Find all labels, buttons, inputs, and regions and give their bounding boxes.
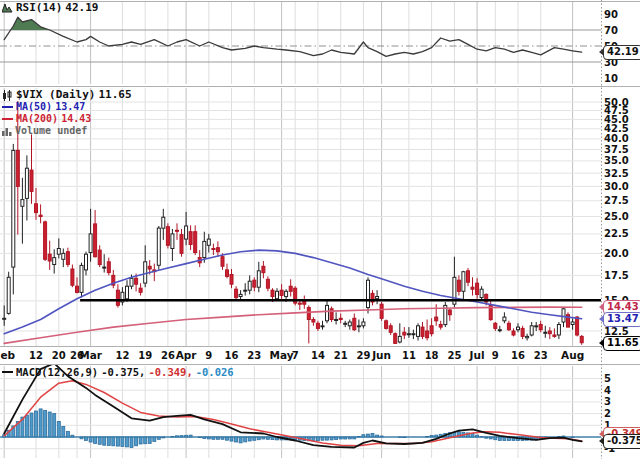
candle-body — [57, 249, 60, 255]
last-price-callout: 11.65 — [603, 336, 640, 351]
candle-body — [116, 290, 119, 305]
candle-body — [230, 275, 233, 285]
candle-body — [266, 279, 269, 288]
candle-body — [426, 331, 429, 338]
macd-histogram-bar — [216, 437, 219, 439]
macd-histogram-bar — [494, 437, 497, 440]
candle-body — [226, 270, 229, 277]
candle-body — [553, 335, 556, 336]
macd-histogram-bar — [471, 434, 474, 438]
candle-body — [562, 309, 565, 322]
macd-axis-tick: 4 — [604, 385, 611, 396]
candle-body — [21, 200, 24, 207]
macd-value: -0.375, — [101, 366, 145, 378]
candle-body — [71, 269, 74, 285]
macd-histogram-bar — [430, 435, 433, 437]
macd-histogram-bar — [135, 437, 138, 446]
rsi-legend: RSI(14)42.19 — [2, 1, 98, 14]
candle-body — [76, 286, 79, 292]
macd-histogram-bar — [489, 437, 492, 439]
macd-histogram-bar — [107, 437, 110, 446]
candle-body — [389, 326, 392, 333]
candle-body — [257, 271, 260, 287]
candle-body — [171, 234, 174, 249]
candle-body — [12, 150, 15, 267]
macd-histogram-bar — [335, 437, 338, 440]
ma200-label: MA(200) — [16, 113, 58, 125]
macd-histogram-bar — [207, 437, 210, 439]
macd-histogram-bar — [126, 437, 129, 447]
candle-body — [39, 215, 42, 216]
candle-body — [307, 308, 310, 320]
macd-legend: MACD(12,26,9)-0.375,-0.349,-0.026 — [2, 366, 234, 378]
price-axis-tick: 35.0 — [604, 155, 629, 166]
candle-body — [430, 326, 433, 334]
date-axis-label: 9 — [492, 350, 499, 361]
price-axis-tick: 17.5 — [604, 270, 629, 281]
candle-body — [16, 150, 19, 186]
ma50-legend-row: MA(50)13.47 — [2, 101, 85, 113]
ma200-value: 14.43 — [61, 113, 91, 125]
candle-body — [148, 266, 151, 269]
candle-body — [548, 331, 551, 334]
candle-body — [253, 280, 256, 287]
candle-body — [521, 328, 524, 336]
rsi-legend-value: 42.19 — [65, 1, 98, 14]
candle-body — [289, 286, 292, 291]
candle-body — [557, 325, 560, 336]
macd-histogram-bar — [189, 435, 192, 437]
ma50-label: MA(50) — [16, 101, 52, 113]
macd-histogram-bar — [235, 437, 238, 442]
macd-histogram-bar — [330, 437, 333, 440]
macd-histogram-bar — [57, 421, 60, 437]
macd-histogram-bar — [203, 437, 206, 439]
macd-histogram-bar — [185, 435, 188, 437]
macd-histogram-bar — [48, 412, 51, 437]
candle-body — [530, 326, 533, 335]
candle-body — [435, 317, 438, 321]
price-axis-tick: 27.5 — [604, 195, 629, 206]
macd-histogram-bar — [248, 437, 251, 441]
macd-histogram-bar — [503, 437, 506, 441]
volume-legend-row: Volume undef — [2, 125, 87, 137]
macd-histogram-bar — [71, 435, 74, 437]
macd-histogram-bar — [266, 437, 269, 439]
date-axis-label: 16 — [511, 350, 525, 361]
date-axis-label: 18 — [425, 350, 439, 361]
macd-histogram-bar — [435, 435, 438, 437]
macd-histogram-bar — [348, 437, 351, 439]
date-axis-label: 12 — [29, 350, 43, 361]
candle-body — [207, 239, 210, 245]
candle-body — [176, 230, 179, 231]
macd-axis-tick: 2 — [604, 408, 611, 419]
candle-body — [321, 326, 324, 327]
macd-histogram-bar — [326, 437, 329, 440]
macd-histogram-bar — [171, 437, 174, 438]
macd-histogram-bar — [53, 414, 56, 437]
rsi-axis-tick: 70 — [604, 25, 618, 36]
candle-body — [235, 289, 238, 297]
macd-histogram-bar — [44, 411, 47, 438]
macd-histogram-bar — [212, 437, 215, 439]
macd-histogram-bar — [357, 436, 360, 437]
candle-body — [517, 327, 520, 330]
macd-histogram-bar — [39, 409, 42, 437]
candle-body — [280, 290, 283, 295]
candle-body — [539, 325, 542, 330]
macd-histogram-bar — [226, 437, 229, 440]
date-axis-label: 12 — [115, 350, 129, 361]
symbol-legend-row: $VIX (Daily)11.65 — [2, 89, 132, 101]
macd-histogram-bar — [344, 437, 347, 439]
candle-body — [66, 252, 69, 265]
macd-histogram-bar — [362, 435, 365, 437]
date-axis-label: 9 — [205, 350, 212, 361]
macd-histogram-bar — [30, 413, 33, 437]
candle-body — [3, 318, 6, 319]
macd-histogram-bar — [66, 432, 69, 438]
macd-histogram-bar — [80, 437, 83, 439]
rsi-axis-tick: 90 — [604, 9, 618, 20]
price-axis-tick: 40.0 — [604, 133, 629, 144]
month-axis-label: May — [270, 349, 294, 361]
ma50-line-swatch — [2, 106, 13, 108]
candle-body — [194, 232, 197, 253]
